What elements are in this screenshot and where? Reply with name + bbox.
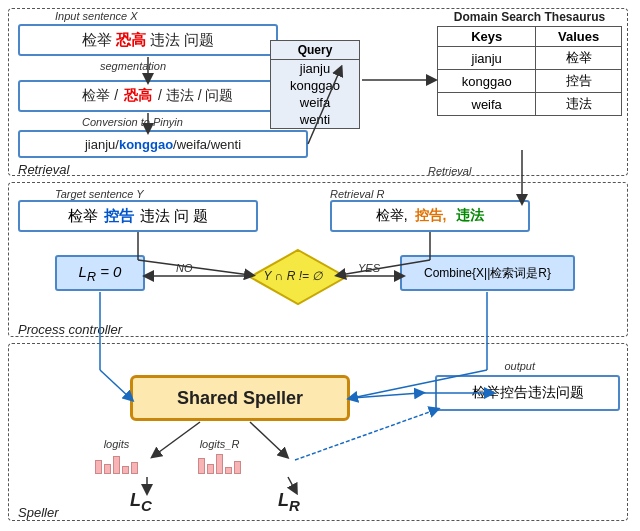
speller-title: Shared Speller: [177, 388, 303, 409]
target-part3: 违法 问 题: [136, 207, 209, 226]
thesaurus-title: Domain Search Thesaurus: [437, 10, 622, 24]
logit-bar-c5: [131, 462, 138, 474]
query-item-3: weifa: [271, 94, 359, 111]
thesaurus-key-2: konggao: [438, 70, 536, 93]
diamond-text: Y ∩ R != ∅: [264, 269, 323, 283]
lr0-text: LR = 0: [79, 263, 122, 284]
pinyin-part2: konggao: [119, 137, 173, 152]
logit-bar-r2: [207, 464, 214, 474]
process-section-label: Process controller: [18, 322, 122, 525]
thesaurus-row-2: konggao 控告: [438, 70, 622, 93]
combine-text: Combine{X||检索词是R}: [424, 265, 551, 282]
logit-bar-c2: [104, 464, 111, 474]
speller-box: Shared Speller: [130, 375, 350, 421]
rr-part3: 违法: [456, 207, 484, 225]
pinyin-part3: /weifa/wenti: [173, 137, 241, 152]
query-box: Query jianju konggao weifa wenti: [270, 40, 360, 129]
query-item-2: konggao: [271, 77, 359, 94]
seg-part3: / 违法 / 问题: [154, 87, 233, 105]
diamond-shape: Y ∩ R != ∅: [248, 248, 338, 303]
rr-part2: 控告,: [415, 207, 447, 225]
logit-r-bars: [198, 452, 241, 474]
thesaurus-header-keys: Keys: [438, 27, 536, 47]
pinyin-arrow-label: Conversion to Pinyin: [82, 116, 183, 128]
logit-bar-c1: [95, 460, 102, 474]
retrieval-r-box: 检举, 控告, 违法: [330, 200, 530, 232]
thesaurus-row-3: weifa 违法: [438, 93, 622, 116]
thesaurus-key-3: weifa: [438, 93, 536, 116]
lr0-box: LR = 0: [55, 255, 145, 291]
thesaurus-val-2: 控告: [536, 70, 622, 93]
logit-bar-r5: [234, 461, 241, 474]
logit-r-label: logits_R: [200, 438, 240, 450]
logit-bar-c3: [113, 456, 120, 474]
logit-c-bars: [95, 452, 138, 474]
input-label: Input sentence X: [55, 10, 138, 22]
pinyin-box: jianju/ konggao /weifa/wenti: [18, 130, 308, 158]
logit-bar-r1: [198, 458, 205, 474]
thesaurus-table: Keys Values jianju 检举 konggao 控告 weifa 违…: [437, 26, 622, 116]
speller-section-label: Speller: [18, 505, 58, 525]
thesaurus-val-3: 违法: [536, 93, 622, 116]
thesaurus-key-1: jianju: [438, 47, 536, 70]
thesaurus-header-values: Values: [536, 27, 622, 47]
no-label: NO: [176, 262, 193, 274]
output-label: output: [504, 360, 535, 372]
logit-r-box: logits_R: [198, 438, 241, 474]
logit-c-box: logits: [95, 438, 138, 474]
query-item-1: jianju: [271, 60, 359, 77]
target-sentence-box: 检举 控告 违法 问 题: [18, 200, 258, 232]
logits-group: logits logits_R: [95, 438, 241, 474]
loss-lc: LC: [130, 490, 152, 514]
yes-label: YES: [358, 262, 380, 274]
input-text-part1: 检举: [82, 31, 116, 50]
rr-part1: 检举,: [376, 207, 412, 225]
input-sentence-box: 检举 恐高 违法 问题: [18, 24, 278, 56]
input-text-part3: 违法 问题: [146, 31, 214, 50]
output-box: 检举控告违法问题: [435, 375, 620, 411]
retrieval-r-label: Retrieval R: [330, 188, 384, 200]
logit-c-label: logits: [104, 438, 130, 450]
diagram-container: Retrieval Process controller Speller Inp…: [0, 0, 640, 531]
input-text-part2: 恐高: [116, 31, 146, 50]
target-label: Target sentence Y: [55, 188, 144, 200]
thesaurus-row-1: jianju 检举: [438, 47, 622, 70]
seg-part1: 检举 /: [82, 87, 122, 105]
output-text: 检举控告违法问题: [472, 384, 584, 402]
query-header: Query: [271, 41, 359, 60]
segmented-box: 检举 / 恐高 / 违法 / 问题: [18, 80, 298, 112]
logit-bar-r4: [225, 467, 232, 474]
seg-arrow-label: segmentation: [100, 60, 166, 72]
logit-bar-r3: [216, 454, 223, 474]
combine-box: Combine{X||检索词是R}: [400, 255, 575, 291]
thesaurus-val-1: 检举: [536, 47, 622, 70]
logit-bar-c4: [122, 466, 129, 474]
loss-lr: LR: [278, 490, 300, 514]
target-part1: 检举: [68, 207, 102, 226]
seg-part2: 恐高: [124, 87, 152, 105]
query-item-4: wenti: [271, 111, 359, 128]
target-part2: 控告: [104, 207, 134, 226]
thesaurus-container: Domain Search Thesaurus Keys Values jian…: [437, 10, 622, 116]
pinyin-part1: jianju/: [85, 137, 119, 152]
